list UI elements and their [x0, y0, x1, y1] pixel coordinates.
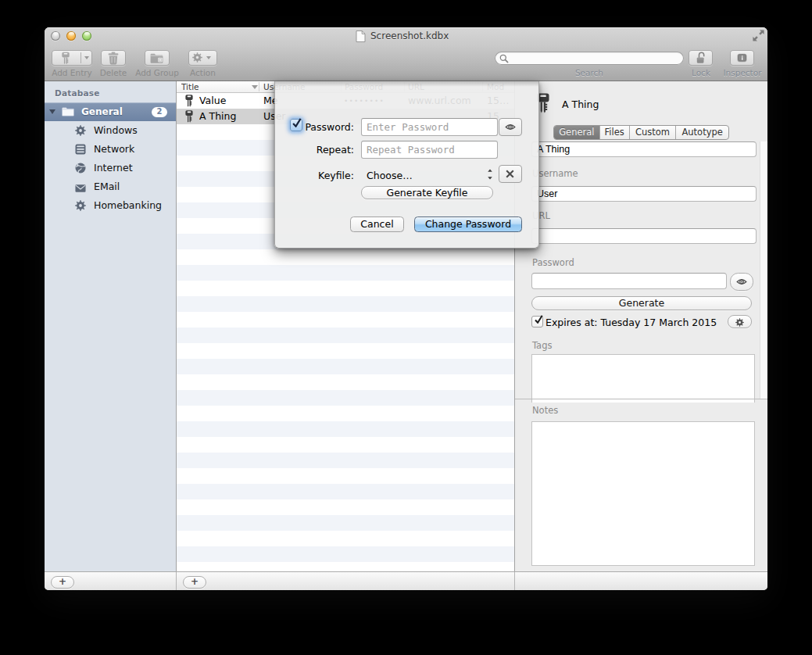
- add-group-label: Add Group: [132, 68, 182, 78]
- sidebar-group-general[interactable]: General 2: [45, 102, 176, 121]
- popup-arrows-icon: [487, 169, 493, 180]
- folder-plus-icon: [150, 52, 163, 63]
- expires-text: Expires at: Tuesday 17 March 2015: [546, 317, 717, 328]
- tab-general[interactable]: General: [554, 126, 600, 139]
- sheet-reveal-password-button[interactable]: [499, 118, 522, 136]
- desktop: Screenshot.kdbx Add Entry Delete Add Gro…: [0, 0, 812, 655]
- url-field[interactable]: [531, 228, 757, 244]
- section-divider: [515, 399, 767, 399]
- keyfile-popup[interactable]: Choose…: [367, 170, 413, 181]
- notes-textarea[interactable]: [531, 421, 755, 566]
- sidebar-item-email[interactable]: EMail: [45, 177, 176, 196]
- reveal-password-button[interactable]: [730, 273, 753, 291]
- group-sidebar: Database General 2 Windows Network Inter…: [45, 81, 177, 571]
- cell-title: Value: [199, 93, 254, 109]
- column-header-title[interactable]: Title: [181, 81, 250, 92]
- server-icon: [75, 144, 86, 155]
- sidebar-header: Database: [55, 88, 99, 98]
- tab-custom[interactable]: Custom: [630, 126, 677, 139]
- tab-autotype[interactable]: Autotype: [676, 126, 728, 139]
- inspector-button[interactable]: [730, 50, 754, 66]
- sheet-password-input[interactable]: [361, 118, 498, 136]
- action-label: Action: [188, 68, 217, 78]
- password-field[interactable]: [531, 273, 727, 289]
- sidebar-item-label: Homebanking: [94, 196, 162, 215]
- gear-icon: [75, 200, 86, 211]
- fullscreen-icon[interactable]: [753, 30, 764, 41]
- window-header: Screenshot.kdbx Add Entry Delete Add Gro…: [45, 27, 767, 81]
- search-label: Search: [495, 68, 684, 78]
- cell-title: A Thing: [199, 109, 254, 124]
- tags-textarea[interactable]: [531, 354, 755, 403]
- globe-icon: [75, 163, 86, 174]
- folder-icon: [62, 106, 74, 116]
- window-title: Screenshot.kdbx: [370, 27, 449, 45]
- key-icon: [185, 110, 193, 123]
- action-button[interactable]: [188, 50, 217, 66]
- add-entry-label: Add Entry: [52, 68, 92, 78]
- gear-icon: [735, 318, 744, 327]
- tab-files[interactable]: Files: [600, 126, 630, 139]
- delete-label: Delete: [88, 68, 138, 78]
- sidebar-item-label: Windows: [94, 121, 138, 140]
- search-input[interactable]: [513, 52, 677, 66]
- open-lock-icon: [696, 52, 706, 64]
- generate-password-button[interactable]: Generate: [531, 296, 752, 310]
- sidebar-item-label: Network: [94, 140, 134, 159]
- inspector-entry-title: A Thing: [562, 98, 599, 110]
- add-entry-plus-button[interactable]: +: [183, 576, 206, 589]
- document-proxy-icon[interactable]: [356, 30, 366, 42]
- inspector-panel: A Thing General Files Custom Autotype Us…: [515, 81, 767, 571]
- delete-button[interactable]: [101, 50, 126, 66]
- change-password-button[interactable]: Change Password: [414, 217, 522, 232]
- close-button[interactable]: [51, 31, 60, 41]
- sheet-repeat-label: Repeat:: [291, 144, 354, 156]
- inspector-tabs: General Files Custom Autotype: [553, 125, 729, 140]
- sort-descending-icon: [252, 85, 258, 89]
- sidebar-item-internet[interactable]: Internet: [45, 159, 176, 177]
- add-group-button[interactable]: [145, 50, 170, 66]
- clear-keyfile-button[interactable]: [499, 165, 522, 183]
- add-group-plus-button[interactable]: +: [51, 576, 74, 589]
- add-entry-button[interactable]: [52, 50, 92, 66]
- sheet-keyfile-label: Keyfile:: [291, 170, 354, 181]
- macpass-window: Screenshot.kdbx Add Entry Delete Add Gro…: [45, 27, 767, 590]
- expires-gear-button[interactable]: [728, 315, 752, 328]
- inspector-panel-icon: [737, 53, 747, 63]
- checkmark-icon: [534, 315, 543, 324]
- cancel-button[interactable]: Cancel: [350, 217, 404, 232]
- expires-checkbox[interactable]: [531, 316, 543, 328]
- tags-label: Tags: [532, 340, 552, 351]
- eye-icon: [505, 123, 516, 131]
- chevron-down-icon: [206, 56, 211, 59]
- sidebar-item-network[interactable]: Network: [45, 140, 176, 159]
- gear-icon: [192, 52, 202, 63]
- trash-icon: [108, 52, 119, 65]
- bottom-bar: + +: [45, 571, 767, 590]
- lock-button[interactable]: [689, 50, 713, 66]
- minimize-button[interactable]: [66, 31, 76, 41]
- title-field[interactable]: [531, 141, 757, 157]
- search-field[interactable]: [495, 52, 684, 65]
- zoom-button[interactable]: [82, 31, 91, 41]
- change-password-sheet: Password: Repeat: Keyfile: Choose… Gener…: [274, 81, 539, 249]
- scrollbar-track[interactable]: [760, 141, 767, 399]
- sidebar-item-windows[interactable]: Windows: [45, 121, 176, 140]
- eye-icon: [736, 278, 747, 285]
- generate-keyfile-button[interactable]: Generate Keyfile: [361, 186, 493, 199]
- key-icon: [62, 52, 70, 65]
- key-icon: [185, 95, 193, 107]
- password-label: Password: [532, 257, 574, 268]
- gear-icon: [75, 125, 86, 136]
- envelope-icon: [75, 183, 86, 194]
- entry-count-badge: 2: [152, 107, 167, 117]
- username-field[interactable]: [531, 186, 757, 202]
- sidebar-item-homebanking[interactable]: Homebanking: [45, 196, 176, 215]
- sidebar-item-label: Internet: [94, 159, 133, 177]
- sheet-repeat-input[interactable]: [361, 141, 498, 159]
- sheet-password-label: Password:: [291, 121, 354, 133]
- notes-label: Notes: [532, 405, 558, 416]
- inspector-label: Inspector: [718, 68, 767, 78]
- disclosure-triangle-icon[interactable]: [49, 109, 55, 114]
- group-name: General: [81, 102, 123, 121]
